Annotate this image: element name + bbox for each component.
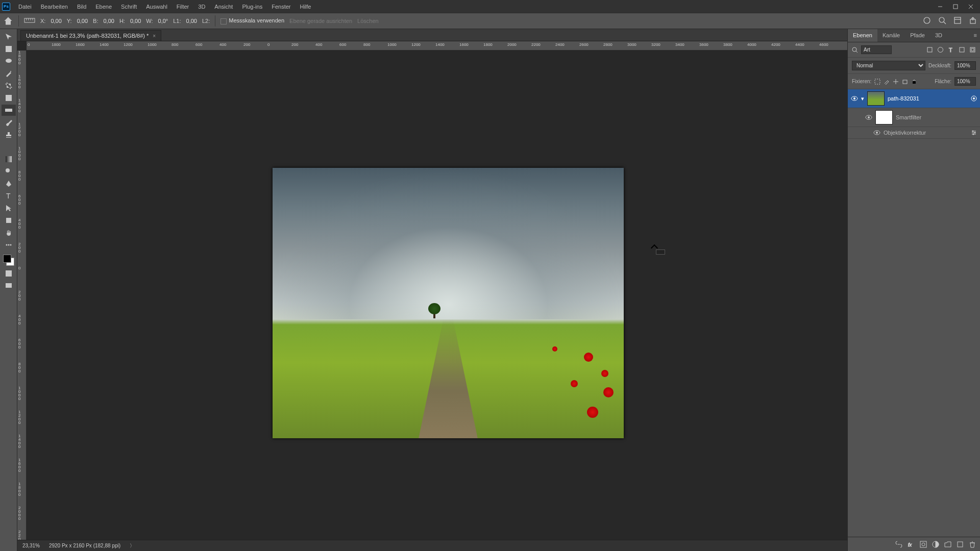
frame-tool[interactable]: [2, 92, 16, 104]
ruler-horizontal[interactable]: 0180016001400120010008006004002000200400…: [27, 41, 847, 51]
lock-paint-icon[interactable]: [884, 79, 890, 85]
document-tab[interactable]: Unbenannt-1 bei 23,3% (path-832031, RGB/…: [20, 30, 161, 41]
opt-straighten-button[interactable]: Ebene gerade ausrichten: [289, 18, 352, 24]
marquee-tool[interactable]: [2, 43, 16, 55]
link-icon[interactable]: [895, 541, 902, 548]
ruler-tool[interactable]: [2, 105, 16, 116]
cloud-docs-icon[interactable]: [923, 16, 931, 26]
stamp-tool[interactable]: [2, 129, 16, 140]
layers-footer: fx: [848, 537, 980, 551]
opt-b-val: 0,00: [103, 18, 114, 24]
tab-ebenen[interactable]: Ebenen: [848, 29, 877, 42]
trash-icon[interactable]: [969, 541, 976, 548]
lock-all-icon[interactable]: [911, 79, 917, 85]
lock-nest-icon[interactable]: [902, 79, 908, 85]
ruler-v-tick: 200: [18, 242, 20, 253]
color-swatch[interactable]: [2, 254, 15, 267]
tab-pfade[interactable]: Pfade: [905, 29, 930, 42]
gradient-tool[interactable]: [2, 154, 16, 165]
svg-rect-15: [6, 46, 12, 52]
menu-datei[interactable]: Datei: [14, 2, 36, 11]
opt-use-scale[interactable]: Messskala verwenden: [220, 17, 284, 24]
workspace-icon[interactable]: [953, 16, 962, 26]
mask-icon[interactable]: [920, 541, 927, 548]
lock-pos-icon[interactable]: [893, 79, 899, 85]
ruler-cursor-icon: [652, 245, 665, 255]
new-layer-icon[interactable]: [957, 541, 964, 548]
panel-menu-icon[interactable]: ≡: [971, 29, 980, 42]
window-close-button[interactable]: [964, 2, 978, 12]
eye-icon[interactable]: [851, 95, 858, 102]
opt-clear-button[interactable]: Löschen: [357, 18, 379, 24]
hand-tool[interactable]: [2, 227, 16, 238]
layer-filter-input[interactable]: [861, 45, 892, 54]
window-maximize-button[interactable]: [948, 2, 963, 12]
layer-row-smartfilter[interactable]: Smartfilter: [848, 108, 980, 127]
share-icon[interactable]: [969, 16, 977, 26]
filter-type-icon[interactable]: T: [948, 46, 954, 53]
search-icon[interactable]: [938, 16, 946, 26]
menu-bild[interactable]: Bild: [73, 2, 90, 11]
close-icon[interactable]: ×: [153, 33, 156, 39]
filter-mask-thumbnail[interactable]: [875, 110, 893, 124]
layer-row-lenscorrection[interactable]: Objektivkorrektur: [848, 127, 980, 139]
brush-tool[interactable]: [2, 117, 16, 128]
filter-smart-icon[interactable]: [969, 46, 976, 53]
eye-icon[interactable]: [873, 129, 880, 136]
tab-kanaele[interactable]: Kanäle: [877, 29, 905, 42]
shape-tool[interactable]: [2, 215, 16, 226]
adjustment-icon[interactable]: [932, 541, 939, 548]
canvas[interactable]: [27, 51, 847, 540]
svg-point-36: [852, 47, 856, 52]
menu-filter[interactable]: Filter: [173, 2, 193, 11]
filter-pixel-icon[interactable]: [926, 46, 933, 53]
status-zoom[interactable]: 23,31%: [22, 543, 40, 548]
layer-name[interactable]: path-832031: [888, 95, 919, 102]
menu-schrift[interactable]: Schrift: [117, 2, 141, 11]
menu-ansicht[interactable]: Ansicht: [210, 2, 237, 11]
layer-row-smartobject[interactable]: ▾ path-832031: [848, 89, 980, 108]
ruler-tool-icon[interactable]: [24, 17, 35, 25]
fx-icon[interactable]: fx: [908, 541, 915, 548]
fill-input[interactable]: [954, 77, 976, 86]
layer-thumbnail[interactable]: [867, 91, 885, 106]
menu-plugins[interactable]: Plug-ins: [238, 2, 266, 11]
menu-bearbeiten[interactable]: Bearbeiten: [37, 2, 72, 11]
eye-icon[interactable]: [865, 114, 872, 121]
move-tool[interactable]: [2, 31, 16, 42]
window-minimize-button[interactable]: [933, 2, 947, 12]
eraser-tool[interactable]: [2, 141, 16, 153]
dodge-tool[interactable]: [2, 166, 16, 177]
type-tool[interactable]: T: [2, 190, 16, 202]
ruler-vertical[interactable]: 1800160014001200100080060040020002004006…: [17, 51, 27, 540]
menu-auswahl[interactable]: Auswahl: [142, 2, 172, 11]
lock-trans-icon[interactable]: [874, 79, 880, 85]
status-bar: 23,31% 2920 Px x 2160 Px (182,88 ppi) 〉: [17, 540, 847, 551]
home-button[interactable]: [3, 16, 13, 26]
path-select-tool[interactable]: [2, 203, 16, 214]
filter-shape-icon[interactable]: [959, 46, 965, 53]
status-more-icon[interactable]: 〉: [130, 542, 135, 549]
filter-adjust-icon[interactable]: [937, 46, 944, 53]
tab-3d[interactable]: 3D: [930, 29, 947, 42]
filter-name[interactable]: Objektivkorrektur: [884, 130, 926, 136]
ruler-h-tick: 3200: [650, 41, 674, 50]
ruler-v-tick: 600: [18, 338, 20, 349]
svg-point-52: [868, 116, 870, 118]
more-tools[interactable]: [2, 239, 16, 251]
status-dimensions[interactable]: 2920 Px x 2160 Px (182,88 ppi): [49, 543, 120, 548]
blend-mode-select[interactable]: Normal: [852, 61, 925, 70]
opacity-input[interactable]: [954, 61, 976, 70]
pen-tool[interactable]: [2, 178, 16, 189]
menu-hilfe[interactable]: Hilfe: [296, 2, 315, 11]
screenmode-tool[interactable]: [2, 280, 16, 291]
menu-fenster[interactable]: Fenster: [267, 2, 295, 11]
menu-ebene[interactable]: Ebene: [91, 2, 116, 11]
menu-3d[interactable]: 3D: [194, 2, 209, 11]
filter-settings-icon[interactable]: [971, 130, 977, 136]
crop-tool[interactable]: [2, 80, 16, 91]
group-icon[interactable]: [944, 541, 951, 548]
quickmask-tool[interactable]: [2, 268, 16, 279]
lasso-tool[interactable]: [2, 56, 16, 67]
wand-tool[interactable]: [2, 68, 16, 79]
